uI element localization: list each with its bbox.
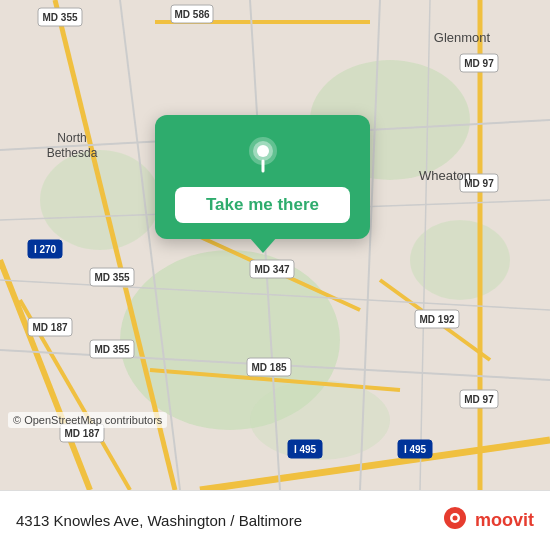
map-container: MD 355 MD 586 MD 97 MD 97 MD 97 I 270 MD… (0, 0, 550, 490)
svg-text:MD 586: MD 586 (174, 9, 209, 20)
svg-text:MD 185: MD 185 (251, 362, 286, 373)
take-me-there-button[interactable]: Take me there (175, 187, 350, 223)
location-pin-icon (241, 133, 285, 177)
svg-text:MD 187: MD 187 (64, 428, 99, 439)
svg-point-59 (257, 145, 269, 157)
svg-text:MD 347: MD 347 (254, 264, 289, 275)
address-label: 4313 Knowles Ave, Washington / Baltimore (16, 512, 302, 529)
svg-text:I 495: I 495 (294, 444, 317, 455)
moovit-brand-icon (439, 505, 471, 537)
svg-point-3 (40, 150, 160, 250)
info-bar: 4313 Knowles Ave, Washington / Baltimore… (0, 490, 550, 550)
svg-text:North: North (57, 131, 86, 145)
popup-card[interactable]: Take me there (155, 115, 370, 239)
svg-text:MD 97: MD 97 (464, 394, 494, 405)
svg-text:MD 355: MD 355 (94, 272, 129, 283)
svg-text:Wheaton: Wheaton (419, 168, 471, 183)
moovit-label: moovit (475, 510, 534, 531)
svg-text:MD 192: MD 192 (419, 314, 454, 325)
svg-text:I 270: I 270 (34, 244, 57, 255)
svg-text:Glenmont: Glenmont (434, 30, 491, 45)
svg-text:I 495: I 495 (404, 444, 427, 455)
moovit-logo[interactable]: moovit (439, 505, 534, 537)
svg-text:MD 355: MD 355 (94, 344, 129, 355)
svg-text:MD 355: MD 355 (42, 12, 77, 23)
copyright-notice: © OpenStreetMap contributors (8, 412, 167, 428)
svg-text:MD 97: MD 97 (464, 58, 494, 69)
svg-text:MD 187: MD 187 (32, 322, 67, 333)
svg-point-62 (452, 515, 457, 520)
svg-text:Bethesda: Bethesda (47, 146, 98, 160)
